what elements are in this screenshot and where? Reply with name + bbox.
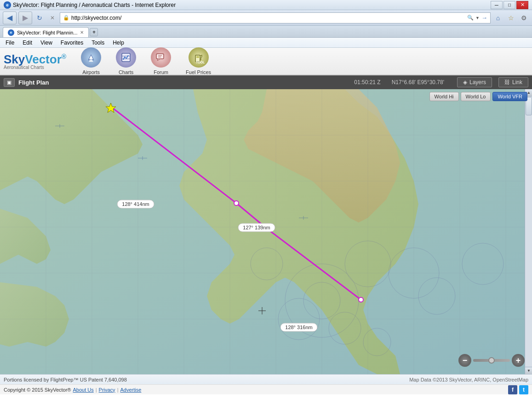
svg-point-42 xyxy=(234,201,239,205)
minimize-button[interactable]: ─ xyxy=(491,1,503,9)
fuel-label: Fuel Prices xyxy=(186,69,211,75)
scroll-track[interactable] xyxy=(525,97,532,367)
refresh-button[interactable]: ↻ xyxy=(34,12,45,23)
airports-label: Airports xyxy=(82,69,100,75)
address-box: 🔒 http://skyvector.com/ 🔍 ▼ → xyxy=(60,12,491,23)
window-title: SkyVector: Flight Planning / Aeronautica… xyxy=(13,2,176,8)
menu-edit[interactable]: Edit xyxy=(19,39,36,47)
scrollbar-right[interactable]: ▲ ▼ xyxy=(525,89,532,374)
address-text[interactable]: http://skyvector.com/ xyxy=(71,15,465,21)
flight-plan-bar: ▣ Flight Plan 01:50:21 Z N17°6.68' E95°3… xyxy=(0,75,532,89)
tab-title: SkyVector: Flight Plannin... xyxy=(17,30,77,35)
svg-text:127° 139nm: 127° 139nm xyxy=(243,225,270,230)
zoom-controls: − + xyxy=(458,354,525,367)
stop-button[interactable]: ✕ xyxy=(47,12,58,23)
layers-button[interactable]: ◈ Layers xyxy=(457,77,492,87)
fuel-nav-button[interactable]: TOOL Fuel Prices xyxy=(182,46,215,77)
charts-nav-button[interactable]: Charts xyxy=(112,46,140,77)
twitter-button[interactable]: t xyxy=(519,385,528,394)
address-search-icon: 🔍 xyxy=(467,15,474,21)
status-license: Portions licensed by FlightPrep™ US Pate… xyxy=(4,377,127,382)
maximize-button[interactable]: □ xyxy=(503,1,515,9)
logo-sky: Sky xyxy=(4,52,25,66)
svg-rect-9 xyxy=(196,56,199,58)
settings-button[interactable]: ⚙ xyxy=(518,12,529,23)
charts-label: Charts xyxy=(119,69,133,75)
forum-nav-button[interactable]: Forum xyxy=(147,46,175,77)
forward-button[interactable]: ▶ xyxy=(18,11,32,24)
new-tab-button[interactable]: + xyxy=(90,28,98,36)
favorites-button[interactable]: ☆ xyxy=(505,12,516,23)
link-button[interactable]: ⛓ Link xyxy=(498,77,528,87)
footer: Copyright © 2015 SkyVector® About Us | P… xyxy=(0,384,532,394)
menu-file[interactable]: File xyxy=(2,39,18,47)
logo-vector: Vector xyxy=(25,52,62,66)
forum-icon xyxy=(151,47,171,68)
footer-privacy-link[interactable]: Privacy xyxy=(99,387,115,393)
close-button[interactable]: ✕ xyxy=(516,1,528,9)
svg-text:128° 316nm: 128° 316nm xyxy=(285,325,312,330)
svg-text:128° 414nm: 128° 414nm xyxy=(122,201,149,207)
social-links: f t xyxy=(508,385,528,394)
tab-favicon: e xyxy=(8,29,14,36)
svg-rect-5 xyxy=(156,54,164,59)
airports-nav-button[interactable]: Airports xyxy=(77,46,105,77)
scroll-down-arrow[interactable]: ▼ xyxy=(525,367,532,374)
fp-toggle-button[interactable]: ▣ xyxy=(4,78,15,87)
menu-view[interactable]: View xyxy=(37,39,56,47)
fp-coords: N17°6.68' E95°30.78' xyxy=(392,79,444,86)
svg-text:TOOL: TOOL xyxy=(196,61,205,63)
tab-close-icon[interactable]: ✕ xyxy=(80,30,84,35)
layers-icon: ◈ xyxy=(463,79,467,86)
back-button[interactable]: ◀ xyxy=(3,11,17,24)
status-bar: Portions licensed by FlightPrep™ US Pate… xyxy=(0,374,532,384)
tab-active[interactable]: e SkyVector: Flight Plannin... ✕ xyxy=(3,27,89,37)
fp-time: 01:50:21 Z xyxy=(354,79,380,86)
map-area[interactable]: 128° 414nm 127° 139nm 128° 316nm World H… xyxy=(0,89,532,374)
zoom-in-button[interactable]: + xyxy=(512,354,525,367)
home-button[interactable]: ⌂ xyxy=(492,12,503,23)
footer-copyright: Copyright © 2015 SkyVector® xyxy=(4,387,71,393)
zoom-out-button[interactable]: − xyxy=(458,354,471,367)
go-button[interactable]: → xyxy=(481,14,487,21)
status-mapdata: Map Data ©2013 SkyVector, ARINC, OpenStr… xyxy=(127,377,528,382)
logo[interactable]: SkyVector® Aeronautical Charts xyxy=(4,52,66,70)
address-bar: ◀ ▶ ↻ ✕ 🔒 http://skyvector.com/ 🔍 ▼ → ⌂ … xyxy=(0,10,532,26)
layers-label: Layers xyxy=(469,79,486,86)
map-layers: World Hi World Lo World VFR xyxy=(429,92,527,101)
fp-label: Flight Plan xyxy=(18,79,350,86)
svg-rect-2 xyxy=(122,53,130,62)
world-vfr-button[interactable]: World VFR xyxy=(492,92,527,101)
logo-subtitle: Aeronautical Charts xyxy=(4,65,66,70)
charts-icon xyxy=(116,47,136,68)
zoom-slider[interactable] xyxy=(473,359,510,362)
security-icon: 🔒 xyxy=(63,15,69,21)
forum-label: Forum xyxy=(154,69,168,75)
world-hi-button[interactable]: World Hi xyxy=(429,92,459,101)
facebook-button[interactable]: f xyxy=(508,385,517,394)
world-lo-button[interactable]: World Lo xyxy=(461,92,491,101)
link-label: Link xyxy=(512,79,522,86)
ie-logo-icon: e xyxy=(4,1,11,9)
address-dropdown-icon[interactable]: ▼ xyxy=(475,16,480,20)
window-controls: ─ □ ✕ xyxy=(491,1,528,9)
zoom-thumb xyxy=(488,357,495,364)
footer-about-link[interactable]: About Us xyxy=(73,387,93,393)
tab-bar: e SkyVector: Flight Plannin... ✕ + xyxy=(0,26,532,38)
logo-reg: ® xyxy=(62,53,66,60)
titlebar: e SkyVector: Flight Planning / Aeronauti… xyxy=(0,0,532,10)
map-svg: 128° 414nm 127° 139nm 128° 316nm xyxy=(0,89,532,374)
svg-point-44 xyxy=(359,297,363,302)
app-header: SkyVector® Aeronautical Charts Airports … xyxy=(0,48,532,75)
footer-advertise-link[interactable]: Advertise xyxy=(120,387,141,393)
link-icon: ⛓ xyxy=(504,79,510,86)
airports-icon xyxy=(81,47,101,68)
fuel-icon: TOOL xyxy=(189,47,209,68)
svg-rect-1 xyxy=(89,61,93,62)
